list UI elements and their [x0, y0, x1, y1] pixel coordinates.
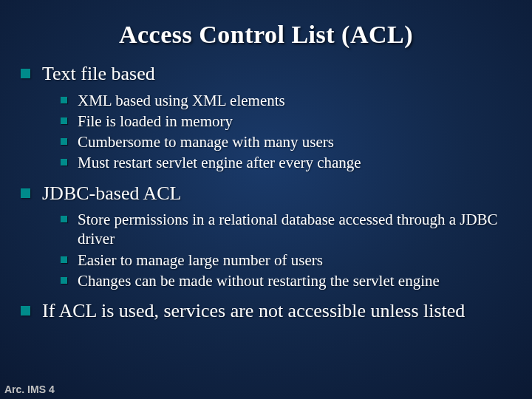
- list-item-label: Changes can be made without restarting t…: [78, 271, 440, 290]
- list-item: Easier to manage large number of users: [61, 250, 511, 270]
- square-bullet-icon: [21, 188, 30, 198]
- sub-list: Store permissions in a relational databa…: [21, 210, 511, 290]
- square-bullet-icon: [61, 97, 67, 103]
- square-bullet-icon: [61, 138, 67, 145]
- square-bullet-icon: [61, 216, 67, 222]
- sub-list: XML based using XML elements File is loa…: [21, 91, 511, 173]
- list-item: Cumbersome to manage with many users: [61, 132, 511, 151]
- list-item: Must restart servlet engine after every …: [61, 153, 511, 172]
- list-item-label: Store permissions in a relational databa…: [78, 210, 511, 249]
- list-item-label: Easier to manage large number of users: [78, 250, 323, 270]
- square-bullet-icon: [21, 306, 30, 316]
- list-item-label: If ACL is used, services are not accessi…: [42, 299, 465, 324]
- square-bullet-icon: [61, 256, 67, 263]
- slide-footer: Arc. IMS 4: [4, 383, 55, 395]
- list-item: If ACL is used, services are not accessi…: [21, 299, 511, 324]
- list-item: File is loaded in memory: [61, 112, 511, 131]
- slide-title: Access Control List (ACL): [0, 0, 532, 49]
- list-item: Store permissions in a relational databa…: [61, 210, 511, 249]
- list-item-label: XML based using XML elements: [78, 91, 285, 110]
- list-item: XML based using XML elements: [61, 91, 511, 110]
- square-bullet-icon: [61, 277, 67, 284]
- list-item-label: File is loaded in memory: [78, 112, 233, 131]
- list-item-label: Cumbersome to manage with many users: [78, 132, 334, 151]
- list-item: JDBC-based ACL: [21, 182, 511, 206]
- list-item: Changes can be made without restarting t…: [61, 271, 511, 290]
- slide-body: Text file based XML based using XML elem…: [0, 49, 532, 324]
- list-item-label: Must restart servlet engine after every …: [78, 153, 361, 172]
- square-bullet-icon: [61, 117, 67, 124]
- list-item-label: JDBC-based ACL: [42, 182, 182, 206]
- square-bullet-icon: [61, 159, 67, 166]
- square-bullet-icon: [21, 69, 30, 78]
- list-item-label: Text file based: [42, 62, 155, 86]
- list-item: Text file based: [21, 62, 511, 86]
